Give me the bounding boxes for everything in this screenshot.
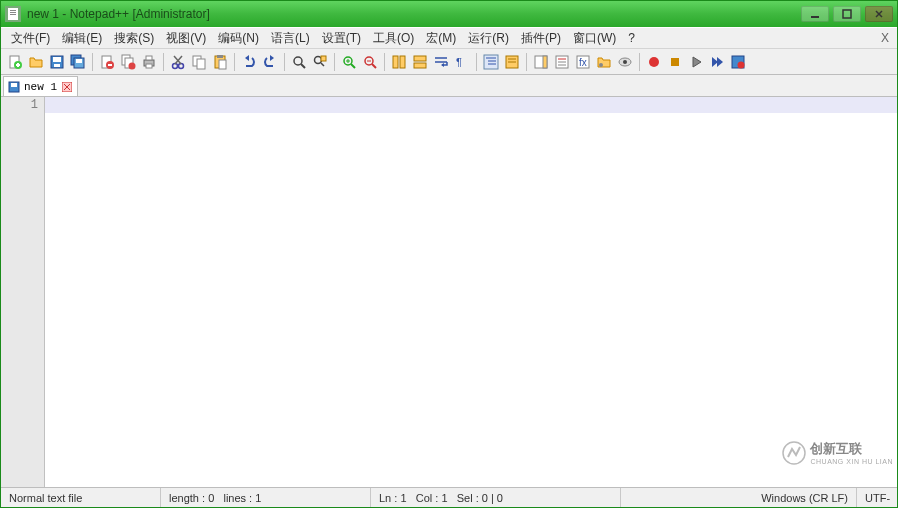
menubar: 文件(F) 编辑(E) 搜索(S) 视图(V) 编码(N) 语言(L) 设置(T… [1, 27, 897, 49]
menu-run[interactable]: 运行(R) [462, 28, 515, 49]
status-filetype: Normal text file [1, 488, 161, 507]
status-position: Ln : 1 Col : 1 Sel : 0 | 0 [371, 488, 621, 507]
play-multi-button[interactable] [707, 52, 727, 72]
maximize-button[interactable] [833, 6, 861, 22]
svg-rect-50 [400, 56, 405, 68]
watermark-sub: CHUANG XIN HU LIAN [810, 458, 893, 465]
zoom-in-button[interactable] [339, 52, 359, 72]
replace-button[interactable] [310, 52, 330, 72]
svg-rect-79 [11, 83, 17, 87]
open-file-button[interactable] [26, 52, 46, 72]
menu-settings[interactable]: 设置(T) [316, 28, 367, 49]
line-gutter: 1 [1, 97, 45, 487]
close-button[interactable] [865, 6, 893, 22]
statusbar: Normal text file length : 0 lines : 1 Ln… [1, 487, 897, 507]
svg-rect-2 [10, 10, 16, 11]
redo-button[interactable] [260, 52, 280, 72]
tab-close-icon[interactable] [61, 81, 73, 93]
svg-text:¶: ¶ [456, 56, 462, 68]
line-number: 1 [1, 97, 44, 113]
menu-encoding[interactable]: 编码(N) [212, 28, 265, 49]
menu-plugins[interactable]: 插件(P) [515, 28, 567, 49]
stop-macro-button[interactable] [665, 52, 685, 72]
svg-line-38 [301, 64, 305, 68]
svg-line-47 [372, 64, 376, 68]
monitoring-button[interactable] [615, 52, 635, 72]
svg-rect-52 [414, 63, 426, 68]
svg-rect-3 [10, 12, 16, 13]
window-title: new 1 - Notepad++ [Administrator] [27, 7, 801, 21]
indent-guide-button[interactable] [481, 52, 501, 72]
toolbar: ¶ fx [1, 49, 897, 75]
menu-window[interactable]: 窗口(W) [567, 28, 622, 49]
svg-rect-15 [54, 64, 60, 67]
save-button[interactable] [47, 52, 67, 72]
svg-rect-64 [543, 56, 547, 68]
svg-point-77 [738, 61, 745, 68]
svg-point-37 [294, 57, 302, 65]
menu-language[interactable]: 语言(L) [265, 28, 316, 49]
menu-file[interactable]: 文件(F) [5, 28, 56, 49]
menubar-close-icon[interactable]: X [877, 31, 893, 45]
svg-rect-41 [321, 56, 326, 61]
find-button[interactable] [289, 52, 309, 72]
svg-rect-4 [10, 14, 16, 15]
record-macro-button[interactable] [644, 52, 664, 72]
tabbar: new 1 [1, 75, 897, 97]
close-all-button[interactable] [118, 52, 138, 72]
save-macro-button[interactable] [728, 52, 748, 72]
svg-rect-49 [393, 56, 398, 68]
app-window: new 1 - Notepad++ [Administrator] 文件(F) … [0, 0, 898, 508]
sync-v-button[interactable] [389, 52, 409, 72]
tab-label: new 1 [24, 81, 57, 93]
svg-rect-35 [217, 55, 223, 58]
svg-rect-26 [146, 56, 152, 60]
text-editor[interactable] [45, 97, 897, 487]
zoom-out-button[interactable] [360, 52, 380, 72]
svg-rect-12 [17, 63, 19, 67]
menu-search[interactable]: 搜索(S) [108, 28, 160, 49]
svg-point-39 [315, 56, 322, 63]
svg-rect-21 [108, 64, 112, 66]
svg-point-71 [599, 63, 603, 67]
menu-edit[interactable]: 编辑(E) [56, 28, 108, 49]
svg-point-29 [179, 63, 184, 68]
svg-point-24 [129, 62, 136, 69]
svg-point-28 [173, 63, 178, 68]
doc-map-button[interactable] [531, 52, 551, 72]
wordwrap-button[interactable] [431, 52, 451, 72]
current-line [45, 97, 897, 113]
copy-button[interactable] [189, 52, 209, 72]
save-all-button[interactable] [68, 52, 88, 72]
cut-button[interactable] [168, 52, 188, 72]
menu-tools[interactable]: 工具(O) [367, 28, 420, 49]
svg-point-74 [649, 57, 659, 67]
save-icon [8, 81, 20, 93]
all-chars-button[interactable]: ¶ [452, 52, 472, 72]
svg-rect-6 [843, 10, 851, 18]
new-file-button[interactable] [5, 52, 25, 72]
function-list-button[interactable]: fx [573, 52, 593, 72]
menu-help[interactable]: ? [622, 29, 641, 47]
doc-list-button[interactable] [552, 52, 572, 72]
sync-h-button[interactable] [410, 52, 430, 72]
menu-view[interactable]: 视图(V) [160, 28, 212, 49]
titlebar[interactable]: new 1 - Notepad++ [Administrator] [1, 1, 897, 27]
play-macro-button[interactable] [686, 52, 706, 72]
undo-button[interactable] [239, 52, 259, 72]
status-eol[interactable]: Windows (CR LF) [621, 488, 857, 507]
minimize-button[interactable] [801, 6, 829, 22]
udldlg-button[interactable] [502, 52, 522, 72]
menu-macro[interactable]: 宏(M) [420, 28, 462, 49]
watermark-logo-icon [782, 441, 806, 465]
tab-new1[interactable]: new 1 [3, 76, 78, 96]
svg-rect-5 [811, 16, 819, 18]
folder-workspace-button[interactable] [594, 52, 614, 72]
svg-rect-14 [53, 57, 61, 62]
close-file-button[interactable] [97, 52, 117, 72]
svg-rect-56 [484, 55, 498, 69]
print-button[interactable] [139, 52, 159, 72]
paste-button[interactable] [210, 52, 230, 72]
svg-text:fx: fx [579, 57, 587, 68]
status-encoding[interactable]: UTF- [857, 488, 897, 507]
